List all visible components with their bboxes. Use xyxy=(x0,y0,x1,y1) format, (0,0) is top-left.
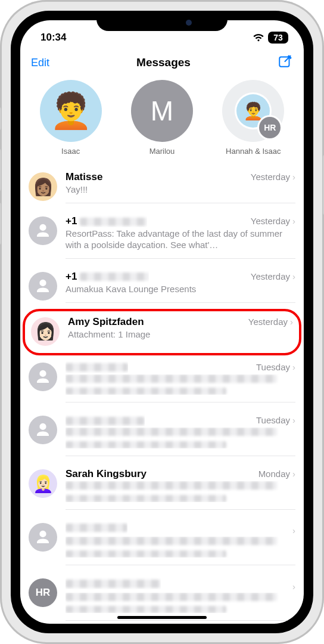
conversation-time: Yesterday› xyxy=(248,317,293,327)
conversation-row[interactable]: 👩🏻Amy SpitzfadenYesterday›Attachment: 1 … xyxy=(23,309,301,355)
group-badge: HR xyxy=(259,117,281,138)
notch xyxy=(96,11,228,31)
conversation-time: › xyxy=(290,581,295,592)
chevron-right-icon: › xyxy=(292,172,295,182)
conversation-content: Sarah KingsburyMonday› xyxy=(66,468,295,510)
pinned-row: 🧑‍🦱 Isaac M Marilou 🧑‍🦱 HR Hannah & Isaa… xyxy=(20,78,304,165)
conversation-time: Monday› xyxy=(258,469,295,479)
nav-header: Edit Messages xyxy=(20,49,304,78)
pinned-avatar: 🧑‍🦱 xyxy=(40,80,102,142)
conversation-time: Yesterday› xyxy=(251,271,295,281)
conversation-name xyxy=(66,577,161,589)
chevron-right-icon: › xyxy=(292,271,295,281)
page-title: Messages xyxy=(136,56,191,69)
status-time: 10:34 xyxy=(40,32,66,44)
conversation-row[interactable]: Tuesday› xyxy=(20,355,304,409)
conversation-name xyxy=(66,522,127,534)
compose-icon xyxy=(278,54,293,69)
pinned-label: Hannah & Isaac xyxy=(226,147,281,156)
conversation-row[interactable]: +1 Yesterday›Aumakua Kava Lounge Present… xyxy=(20,265,304,309)
pinned-contact-marilou[interactable]: M Marilou xyxy=(120,80,204,156)
conversation-content: Amy SpitzfadenYesterday›Attachment: 1 Im… xyxy=(68,316,293,348)
conversation-content: › xyxy=(66,577,295,621)
conversation-row[interactable]: 👩🏽MatisseYesterday›Yay!!! xyxy=(20,165,304,209)
conversation-name xyxy=(66,414,145,426)
pinned-label: Marilou xyxy=(149,147,175,156)
conversation-time: Tuesday› xyxy=(256,415,295,425)
conversation-content: Tuesday› xyxy=(66,361,295,403)
conversation-avatar: 👱🏻‍♀️ xyxy=(29,469,57,498)
conversation-preview xyxy=(66,374,295,395)
chevron-right-icon: › xyxy=(292,415,295,425)
conversation-name: Amy Spitzfaden xyxy=(68,316,144,328)
conversation-preview: Attachment: 1 Image xyxy=(68,329,293,340)
conversation-preview xyxy=(66,428,295,448)
chevron-right-icon: › xyxy=(292,581,295,592)
conversation-avatar: HR xyxy=(29,578,57,607)
conversation-row[interactable]: Tuesday› xyxy=(20,408,304,462)
conversation-avatar: 👩🏽 xyxy=(29,172,57,201)
chevron-right-icon: › xyxy=(292,469,295,479)
battery-indicator: 73 xyxy=(268,32,288,44)
conversation-time: Yesterday› xyxy=(251,216,295,226)
chevron-right-icon: › xyxy=(292,216,295,226)
conversation-preview xyxy=(66,593,295,614)
conversation-avatar xyxy=(29,216,57,245)
pinned-contact-isaac[interactable]: 🧑‍🦱 Isaac xyxy=(29,80,113,156)
pinned-avatar: 🧑‍🦱 HR xyxy=(222,80,284,142)
conversation-avatar: 👩🏻 xyxy=(31,317,60,346)
conversation-content: › xyxy=(66,522,295,565)
chevron-right-icon: › xyxy=(292,362,295,372)
pinned-initial: M xyxy=(151,95,173,127)
conversation-content: Tuesday› xyxy=(66,414,295,456)
pinned-avatar: M xyxy=(131,80,193,142)
conversation-avatar xyxy=(29,416,57,444)
conversation-content: +1 Yesterday›ResortPass: Take advantage … xyxy=(66,215,295,259)
chevron-right-icon: › xyxy=(290,317,293,327)
conversation-name: Matisse xyxy=(66,171,102,183)
wifi-icon xyxy=(253,33,264,42)
conversation-name: +1 xyxy=(66,271,149,283)
memoji-icon: 👩🏽 xyxy=(33,177,54,197)
conversation-content: +1 Yesterday›Aumakua Kava Lounge Present… xyxy=(66,271,295,303)
conversation-content: MatisseYesterday›Yay!!! xyxy=(66,171,295,203)
conversation-time: Yesterday› xyxy=(251,172,295,182)
conversation-avatar xyxy=(29,363,57,391)
compose-button[interactable] xyxy=(278,54,293,72)
conversation-avatar xyxy=(29,523,57,552)
memoji-icon: 👱🏻‍♀️ xyxy=(33,474,54,494)
conversation-name: Sarah Kingsbury xyxy=(66,468,147,480)
conversation-preview xyxy=(66,481,295,502)
conversation-preview xyxy=(66,537,295,558)
conversation-row[interactable]: 👱🏻‍♀️Sarah KingsburyMonday› xyxy=(20,462,304,516)
conversation-name: +1 xyxy=(66,215,147,227)
chevron-right-icon: › xyxy=(292,525,295,535)
conversation-list[interactable]: 👩🏽MatisseYesterday›Yay!!!+1 Yesterday›Re… xyxy=(20,165,304,624)
home-indicator[interactable] xyxy=(117,616,207,619)
pinned-label: Isaac xyxy=(61,147,80,156)
device-frame: 10:34 73 Edit Messages xyxy=(0,0,324,644)
conversation-preview: ResortPass: Take advantage of the last d… xyxy=(66,228,295,251)
memoji-icon: 👩🏻 xyxy=(35,321,56,341)
conversation-avatar xyxy=(29,272,57,301)
memoji-icon: 🧑‍🦱 xyxy=(49,94,92,128)
mute-switch xyxy=(0,107,1,130)
conversation-time: › xyxy=(290,525,295,535)
pinned-contact-group[interactable]: 🧑‍🦱 HR Hannah & Isaac xyxy=(211,80,295,156)
conversation-preview: Aumakua Kava Lounge Presents xyxy=(66,284,295,295)
conversation-row[interactable]: › xyxy=(20,516,304,571)
volume-down-button xyxy=(0,203,1,244)
device-bezel: 10:34 73 Edit Messages xyxy=(11,11,313,633)
edit-button[interactable]: Edit xyxy=(31,57,49,69)
conversation-time: Tuesday› xyxy=(256,362,295,372)
conversation-preview: Yay!!! xyxy=(66,184,295,196)
conversation-name xyxy=(66,361,128,373)
conversation-row[interactable]: +1 Yesterday›ResortPass: Take advantage … xyxy=(20,209,304,265)
screen: 10:34 73 Edit Messages xyxy=(20,20,304,624)
volume-up-button xyxy=(0,149,1,191)
